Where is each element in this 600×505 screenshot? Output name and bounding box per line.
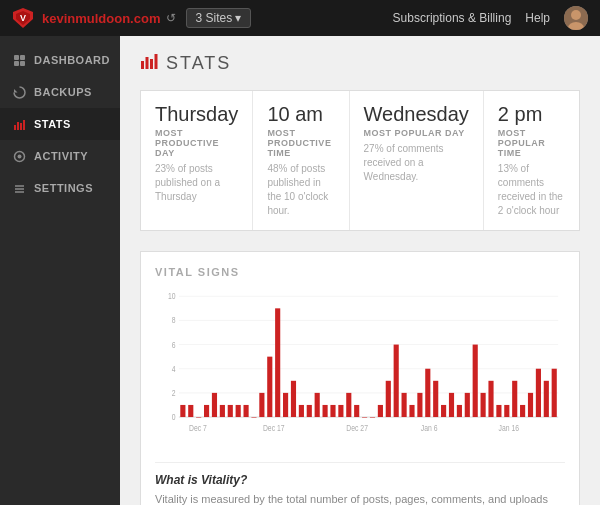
svg-text:4: 4 <box>172 364 176 374</box>
svg-rect-37 <box>188 405 193 417</box>
user-avatar[interactable] <box>564 6 588 30</box>
stat-label-1: Most Productive Time <box>267 128 334 158</box>
svg-rect-80 <box>528 393 533 417</box>
svg-text:10: 10 <box>168 292 176 302</box>
svg-rect-51 <box>299 405 304 417</box>
main-content: STATS Thursday Most Productive Day 23% o… <box>120 36 600 505</box>
stat-desc-3: 13% of comments received in the 2 o'cloc… <box>498 162 565 218</box>
vitality-text: Vitality is measured by the total number… <box>155 491 565 505</box>
stat-value-2: Wednesday <box>364 103 469 126</box>
stat-cards: Thursday Most Productive Day 23% of post… <box>140 90 580 231</box>
svg-rect-44 <box>244 405 249 417</box>
svg-rect-53 <box>315 393 320 417</box>
activity-icon <box>12 149 26 163</box>
svg-rect-52 <box>307 405 312 417</box>
svg-rect-58 <box>354 405 359 417</box>
sidebar-label-activity: Activity <box>34 150 88 162</box>
sidebar-item-stats[interactable]: Stats <box>0 108 120 140</box>
svg-rect-22 <box>150 59 153 69</box>
vital-signs-title: VITAL SIGNS <box>155 266 565 278</box>
svg-rect-83 <box>552 369 557 417</box>
svg-rect-46 <box>259 393 264 417</box>
vaultpress-logo: V <box>12 7 34 29</box>
svg-rect-62 <box>386 381 391 417</box>
svg-point-16 <box>17 154 21 158</box>
sidebar-label-stats: Stats <box>34 118 71 130</box>
chart-container: 0246810Dec 7Dec 17Dec 27Jan 6Jan 16 <box>155 288 565 448</box>
svg-rect-67 <box>425 369 430 417</box>
page-title-text: STATS <box>166 53 231 74</box>
svg-rect-56 <box>338 405 343 417</box>
refresh-icon[interactable]: ↺ <box>166 11 176 25</box>
svg-rect-69 <box>441 405 446 417</box>
sidebar-item-settings[interactable]: Settings <box>0 172 120 204</box>
svg-rect-81 <box>536 369 541 417</box>
svg-text:Jan 16: Jan 16 <box>499 424 519 434</box>
svg-rect-65 <box>409 405 414 417</box>
sites-button[interactable]: 3 Sites ▾ <box>186 8 250 28</box>
svg-rect-9 <box>20 61 25 66</box>
svg-rect-78 <box>512 381 517 417</box>
stat-label-3: Most Popular Time <box>498 128 565 158</box>
svg-rect-12 <box>17 122 19 130</box>
svg-text:Dec 17: Dec 17 <box>263 424 285 434</box>
svg-rect-38 <box>196 417 201 418</box>
vital-signs-section: VITAL SIGNS 0246810Dec 7Dec 17Dec 27Jan … <box>140 251 580 505</box>
nav-right: Subscriptions & Billing Help <box>393 6 588 30</box>
svg-rect-50 <box>291 381 296 417</box>
svg-rect-13 <box>20 123 22 130</box>
stat-card-0: Thursday Most Productive Day 23% of post… <box>141 91 253 230</box>
sidebar-label-backups: Backups <box>34 86 92 98</box>
svg-rect-75 <box>488 381 493 417</box>
stats-bar-icon <box>140 52 158 74</box>
vitality-description: What is Vitality? Vitality is measured b… <box>155 462 565 505</box>
subscriptions-link[interactable]: Subscriptions & Billing <box>393 11 512 25</box>
top-nav: V kevinmuldoon.com ↺ 3 Sites ▾ Subscript… <box>0 0 600 36</box>
sidebar-item-backups[interactable]: Backups <box>0 76 120 108</box>
svg-rect-23 <box>155 54 158 69</box>
svg-rect-49 <box>283 393 288 417</box>
svg-rect-47 <box>267 357 272 417</box>
svg-rect-70 <box>449 393 454 417</box>
vital-signs-chart: 0246810Dec 7Dec 17Dec 27Jan 6Jan 16 <box>155 288 565 448</box>
svg-text:Dec 27: Dec 27 <box>346 424 368 434</box>
stat-card-3: 2 pm Most Popular Time 13% of comments r… <box>484 91 579 230</box>
stat-card-2: Wednesday Most Popular Day 27% of commen… <box>350 91 484 230</box>
svg-rect-55 <box>330 405 335 417</box>
svg-rect-74 <box>481 393 486 417</box>
sidebar-item-dashboard[interactable]: Dashboard <box>0 44 120 76</box>
svg-rect-36 <box>180 405 185 417</box>
svg-rect-54 <box>323 405 328 417</box>
settings-icon <box>12 181 26 195</box>
svg-text:0: 0 <box>172 413 176 423</box>
svg-text:V: V <box>20 13 26 23</box>
svg-rect-48 <box>275 308 280 417</box>
svg-rect-20 <box>141 61 144 69</box>
sidebar-label-settings: Settings <box>34 182 93 194</box>
svg-marker-10 <box>14 89 18 93</box>
stat-value-3: 2 pm <box>498 103 565 126</box>
site-name[interactable]: kevinmuldoon.com <box>42 11 160 26</box>
stat-value-1: 10 am <box>267 103 334 126</box>
help-link[interactable]: Help <box>525 11 550 25</box>
svg-rect-76 <box>496 405 501 417</box>
svg-text:8: 8 <box>172 316 176 326</box>
svg-rect-79 <box>520 405 525 417</box>
stat-card-1: 10 am Most Productive Time 48% of posts … <box>253 91 349 230</box>
svg-rect-40 <box>212 393 217 417</box>
dashboard-icon <box>12 53 26 67</box>
svg-rect-39 <box>204 405 209 417</box>
app-container: V kevinmuldoon.com ↺ 3 Sites ▾ Subscript… <box>0 0 600 505</box>
stat-value-0: Thursday <box>155 103 238 126</box>
svg-rect-68 <box>433 381 438 417</box>
svg-rect-43 <box>236 405 241 417</box>
svg-rect-41 <box>220 405 225 417</box>
svg-rect-66 <box>417 393 422 417</box>
stat-desc-0: 23% of posts published on a Thursday <box>155 162 238 204</box>
svg-rect-57 <box>346 393 351 417</box>
svg-rect-72 <box>465 393 470 417</box>
sidebar-item-activity[interactable]: Activity <box>0 140 120 172</box>
svg-rect-6 <box>14 55 19 60</box>
svg-point-4 <box>571 10 581 20</box>
svg-text:6: 6 <box>172 340 176 350</box>
